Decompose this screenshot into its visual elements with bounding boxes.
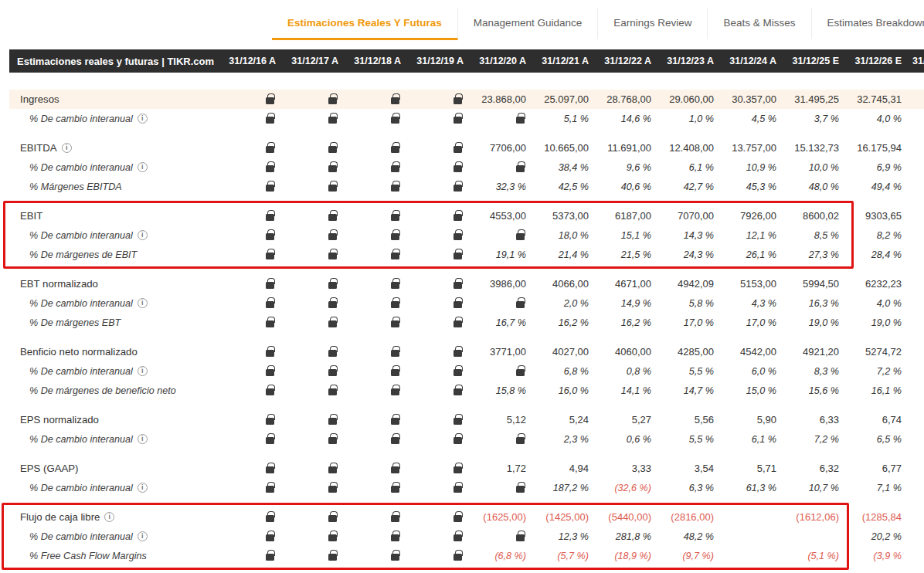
locked-cell[interactable]: [282, 385, 345, 395]
locked-cell[interactable]: [219, 249, 282, 259]
locked-cell[interactable]: [407, 366, 470, 376]
locked-cell[interactable]: [282, 249, 345, 259]
locked-cell[interactable]: [282, 531, 345, 541]
locked-cell[interactable]: [407, 181, 470, 192]
locked-cell[interactable]: [407, 279, 470, 289]
locked-cell[interactable]: [407, 143, 470, 153]
locked-cell[interactable]: [345, 385, 407, 395]
locked-cell[interactable]: [470, 230, 532, 240]
locked-cell[interactable]: [470, 531, 532, 541]
locked-cell[interactable]: [219, 512, 282, 522]
locked-cell[interactable]: [345, 347, 407, 357]
locked-cell[interactable]: [282, 143, 345, 153]
locked-cell[interactable]: [407, 531, 470, 541]
locked-cell[interactable]: [345, 298, 407, 308]
info-icon[interactable]: i: [138, 230, 148, 240]
locked-cell[interactable]: [282, 211, 345, 221]
locked-cell[interactable]: [407, 415, 470, 425]
locked-cell[interactable]: [407, 94, 470, 104]
locked-cell[interactable]: [219, 94, 282, 104]
locked-cell[interactable]: [219, 531, 282, 541]
locked-cell[interactable]: [282, 181, 345, 192]
locked-cell[interactable]: [219, 385, 282, 395]
locked-cell[interactable]: [407, 298, 470, 308]
locked-cell[interactable]: [345, 317, 407, 327]
locked-cell[interactable]: [282, 279, 345, 289]
info-icon[interactable]: i: [138, 434, 148, 444]
locked-cell[interactable]: [219, 114, 282, 124]
locked-cell[interactable]: [282, 347, 345, 357]
tab-management-guidance[interactable]: Management Guidance: [458, 8, 598, 40]
locked-cell[interactable]: [282, 434, 345, 444]
locked-cell[interactable]: [282, 230, 345, 240]
locked-cell[interactable]: [345, 366, 407, 376]
locked-cell[interactable]: [345, 415, 407, 425]
locked-cell[interactable]: [345, 249, 407, 259]
locked-cell[interactable]: [407, 230, 470, 240]
locked-cell[interactable]: [282, 162, 345, 172]
locked-cell[interactable]: [345, 143, 407, 153]
locked-cell[interactable]: [345, 211, 407, 221]
locked-cell[interactable]: [345, 531, 407, 541]
locked-cell[interactable]: [219, 143, 282, 153]
locked-cell[interactable]: [407, 512, 470, 522]
tab-estimaciones-reales-y-futuras[interactable]: Estimaciones Reales Y Futuras: [272, 8, 458, 40]
info-icon[interactable]: i: [104, 512, 114, 522]
locked-cell[interactable]: [282, 512, 345, 522]
locked-cell[interactable]: [282, 94, 345, 104]
tab-earnings-review[interactable]: Earnings Review: [598, 8, 708, 40]
tab-estimates-breakdown[interactable]: Estimates Breakdown: [812, 8, 924, 40]
info-icon[interactable]: i: [138, 162, 148, 172]
locked-cell[interactable]: [407, 463, 470, 473]
locked-cell[interactable]: [282, 483, 345, 493]
locked-cell[interactable]: [345, 279, 407, 289]
locked-cell[interactable]: [282, 415, 345, 425]
locked-cell[interactable]: [407, 483, 470, 493]
locked-cell[interactable]: [345, 434, 407, 444]
locked-cell[interactable]: [407, 162, 470, 172]
locked-cell[interactable]: [345, 463, 407, 473]
locked-cell[interactable]: [407, 347, 470, 357]
locked-cell[interactable]: [219, 298, 282, 308]
locked-cell[interactable]: [407, 211, 470, 221]
locked-cell[interactable]: [219, 434, 282, 444]
locked-cell[interactable]: [282, 114, 345, 124]
locked-cell[interactable]: [282, 463, 345, 473]
locked-cell[interactable]: [345, 94, 407, 104]
info-icon[interactable]: i: [62, 143, 72, 153]
info-icon[interactable]: i: [138, 114, 148, 124]
locked-cell[interactable]: [470, 366, 532, 376]
info-icon[interactable]: i: [138, 298, 148, 308]
locked-cell[interactable]: [219, 211, 282, 221]
locked-cell[interactable]: [282, 551, 345, 561]
locked-cell[interactable]: [219, 317, 282, 327]
locked-cell[interactable]: [345, 512, 407, 522]
locked-cell[interactable]: [219, 366, 282, 376]
locked-cell[interactable]: [470, 434, 532, 444]
locked-cell[interactable]: [345, 230, 407, 240]
locked-cell[interactable]: [345, 483, 407, 493]
locked-cell[interactable]: [345, 114, 407, 124]
locked-cell[interactable]: [407, 317, 470, 327]
locked-cell[interactable]: [470, 162, 532, 172]
locked-cell[interactable]: [407, 385, 470, 395]
locked-cell[interactable]: [345, 162, 407, 172]
locked-cell[interactable]: [219, 463, 282, 473]
locked-cell[interactable]: [219, 347, 282, 357]
locked-cell[interactable]: [219, 181, 282, 192]
locked-cell[interactable]: [219, 279, 282, 289]
locked-cell[interactable]: [282, 317, 345, 327]
locked-cell[interactable]: [345, 551, 407, 561]
locked-cell[interactable]: [407, 114, 470, 124]
locked-cell[interactable]: [407, 249, 470, 259]
locked-cell[interactable]: [219, 415, 282, 425]
info-icon[interactable]: i: [138, 483, 148, 493]
info-icon[interactable]: i: [138, 366, 148, 376]
locked-cell[interactable]: [407, 434, 470, 444]
locked-cell[interactable]: [470, 483, 532, 493]
locked-cell[interactable]: [470, 114, 532, 124]
locked-cell[interactable]: [470, 298, 532, 308]
locked-cell[interactable]: [282, 298, 345, 308]
locked-cell[interactable]: [345, 181, 407, 192]
locked-cell[interactable]: [407, 551, 470, 561]
